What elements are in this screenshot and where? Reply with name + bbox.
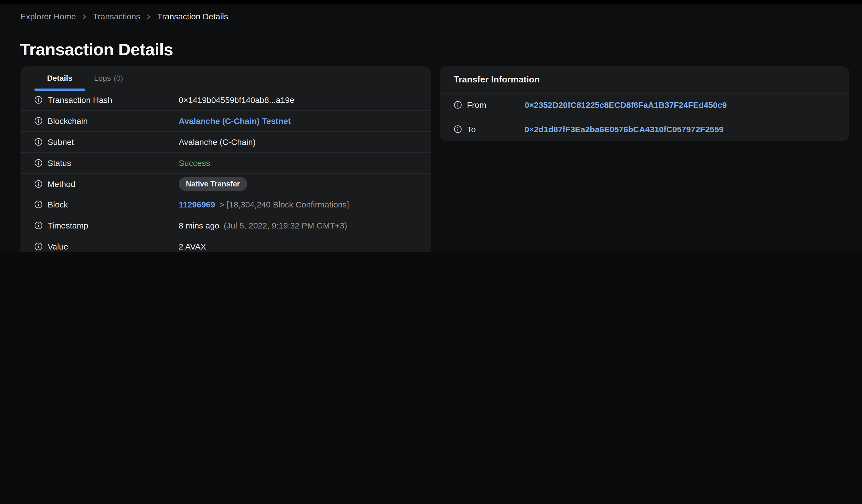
info-icon[interactable] — [34, 117, 43, 125]
breadcrumb: Explorer HomeTransactionsTransaction Det… — [21, 12, 228, 21]
row-label: Subnet — [48, 137, 74, 146]
info-icon[interactable] — [34, 137, 43, 146]
detail-row-subnet: SubnetAvalanche (C-Chain) — [21, 131, 431, 152]
row-value: Success — [179, 158, 210, 167]
tab-details[interactable]: Details — [36, 74, 84, 82]
transfer-row-to: To0×2d1d87fF3Ea2ba6E0576bCA4310fC057972F… — [440, 117, 849, 141]
value-text: 2 AVAX — [179, 242, 206, 251]
breadcrumb-item-transactions[interactable]: Transactions — [93, 12, 140, 21]
row-value: Avalanche (C-Chain) — [179, 137, 256, 146]
chevron-right-icon — [146, 14, 152, 19]
row-label: Status — [48, 158, 71, 167]
breadcrumb-item-transaction-details: Transaction Details — [157, 12, 228, 21]
row-value: Native Transfer — [179, 177, 247, 190]
row-value: 11296969> [18,304,240 Block Confirmation… — [179, 200, 349, 209]
address-link[interactable]: 0×2d1d87fF3Ea2ba6E0576bCA4310fC057972F25… — [524, 124, 724, 134]
value-text: Avalanche (C-Chain) — [179, 137, 256, 146]
transfer-row-label: From — [467, 100, 486, 109]
value-link[interactable]: Avalanche (C-Chain) Testnet — [179, 116, 291, 125]
value-text: 8 mins ago — [179, 221, 219, 230]
info-icon[interactable] — [34, 96, 43, 104]
value-suffix: > [18,304,240 Block Confirmations] — [220, 200, 349, 209]
method-badge: Native Transfer — [179, 177, 247, 190]
info-icon[interactable] — [34, 201, 43, 209]
detail-row-method: MethodNative Transfer — [21, 173, 431, 194]
row-value: 8 mins ago(Jul 5, 2022, 9:19:32 PM GMT+3… — [179, 221, 347, 230]
info-icon[interactable] — [34, 180, 43, 188]
tab-logs-label: Logs — [94, 74, 111, 82]
transaction-details-panel: Details Logs (0) Transaction Hash0×1419b… — [21, 66, 431, 252]
tab-details-label: Details — [47, 74, 73, 82]
tab-bar: Details Logs (0) — [21, 66, 431, 90]
transfer-information-panel: Transfer Information From0×2352D20fC8122… — [440, 66, 849, 141]
value-link[interactable]: 11296969 — [179, 200, 215, 209]
detail-row-block: Block11296969> [18,304,240 Block Confirm… — [21, 194, 431, 215]
address-link[interactable]: 0×2352D20fC81225c8ECD8f6FaA1B37F24FEd450… — [524, 100, 727, 109]
row-label: Block — [48, 200, 68, 209]
detail-row-timestamp: Timestamp8 mins ago(Jul 5, 2022, 9:19:32… — [21, 215, 431, 236]
transfer-panel-title: Transfer Information — [440, 66, 849, 93]
info-icon[interactable] — [454, 125, 462, 133]
row-label: Transaction Hash — [48, 95, 112, 105]
detail-row-transaction-hash: Transaction Hash0×1419b04559bf140ab8...a… — [21, 90, 431, 110]
detail-rows: Transaction Hash0×1419b04559bf140ab8...a… — [21, 90, 431, 252]
value-suffix: (Jul 5, 2022, 9:19:32 PM GMT+3) — [224, 221, 347, 230]
top-strip — [0, 0, 862, 4]
row-label: Blockchain — [48, 116, 88, 125]
page-title: Transaction Details — [20, 40, 173, 60]
row-value: 0×1419b04559bf140ab8...a19e — [179, 95, 294, 105]
info-icon[interactable] — [34, 159, 43, 167]
chevron-right-icon — [81, 14, 88, 19]
transfer-row-from: From0×2352D20fC81225c8ECD8f6FaA1B37F24FE… — [440, 93, 849, 117]
value-text: 0×1419b04559bf140ab8...a19e — [179, 95, 294, 105]
transaction-details-page: Explorer HomeTransactionsTransaction Det… — [0, 0, 862, 252]
detail-row-value: Value2 AVAX — [21, 236, 431, 252]
tab-logs-count: (0) — [114, 74, 123, 82]
info-icon[interactable] — [34, 222, 43, 230]
info-icon[interactable] — [34, 242, 43, 251]
row-value: Avalanche (C-Chain) Testnet — [179, 116, 291, 125]
row-label: Value — [48, 242, 68, 251]
info-icon[interactable] — [454, 101, 462, 109]
transfer-row-label: To — [467, 124, 476, 134]
row-label: Method — [48, 179, 75, 188]
detail-row-blockchain: BlockchainAvalanche (C-Chain) Testnet — [21, 110, 431, 131]
row-label: Timestamp — [48, 221, 88, 230]
status-value: Success — [179, 158, 210, 167]
row-value: 2 AVAX — [179, 242, 206, 251]
tab-logs[interactable]: Logs (0) — [94, 74, 123, 82]
detail-row-status: StatusSuccess — [21, 152, 431, 173]
transfer-rows: From0×2352D20fC81225c8ECD8f6FaA1B37F24FE… — [440, 93, 849, 141]
breadcrumb-item-explorer-home[interactable]: Explorer Home — [21, 12, 76, 21]
